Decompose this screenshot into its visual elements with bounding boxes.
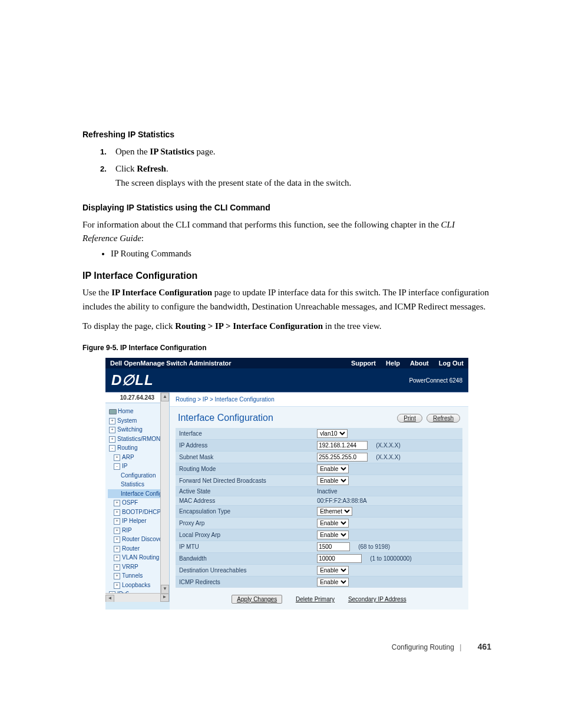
step-1: 1.Open the IP Statistics page. [100,145,491,159]
step-2-body: The screen displays with the present sta… [115,176,491,190]
expand-icon[interactable]: + [109,418,115,424]
scroll-up-icon[interactable]: ▲ [161,393,169,401]
titlebar: Dell OpenManage Switch Administrator Sup… [105,358,468,368]
expand-icon[interactable]: + [114,564,120,571]
hscrollbar[interactable]: ◄ ► [105,593,169,602]
lbl-subnet: Subnet Mask [176,452,313,463]
expand-icon[interactable]: + [114,509,120,516]
heading-refreshing-ip-stats: Refreshing IP Statistics [82,130,491,139]
tree-home-label: Home [118,408,134,414]
content-panel: Routing > IP > Interface Configuration I… [170,393,468,610]
expand-icon[interactable]: + [114,528,120,534]
val-active-state: Inactive [313,487,462,496]
cli-bullets: IP Routing Commands [111,249,491,259]
lbl-active-state: Active State [176,487,313,496]
scroll-right-icon[interactable]: ► [160,594,169,602]
step-1-post: page. [194,147,216,156]
routing-mode-select[interactable]: Enable [317,465,349,473]
lbl-mtu: IP MTU [176,541,313,553]
link-about[interactable]: About [410,360,429,367]
proxy-arp-select[interactable]: Enable [317,519,349,528]
tree-stats-label: Statistics/RMON [117,436,160,442]
lbl-interface: Interface [176,428,313,440]
hint-bandwidth: (1 to 10000000) [370,555,412,562]
tree-rip-label: RIP [122,527,132,533]
tree-iphelper-label: IP Helper [122,518,147,524]
lbl-local-proxy-arp: Local Proxy Arp [176,529,313,541]
print-button[interactable]: Print [397,414,422,423]
dell-logo: D∅LL [111,372,154,388]
expand-icon[interactable]: + [114,500,120,506]
lbl-bandwidth: Bandwidth [176,553,313,565]
cli-para-post: : [141,233,144,243]
scroll-down-icon[interactable]: ▼ [161,585,169,594]
ipiface-paragraph: Use the IP Interface Configuration page … [82,286,491,314]
hint-subnet: (X.X.X.X) [376,454,401,460]
tree-system-label: System [117,417,137,424]
tree-ospf-label: OSPF [122,499,138,506]
dest-unreach-select[interactable]: Enable [317,566,349,575]
fwd-broadcast-select[interactable]: Enable [317,476,349,485]
lbl-proxy-arp: Proxy Arp [176,518,313,529]
steps-list: 1.Open the IP Statistics page. 2.Click R… [100,145,491,190]
link-support[interactable]: Support [351,360,376,367]
button-row: Apply Changes Delete Primary Secondary I… [176,588,462,604]
cli-para-pre: For information about the CLI command th… [82,220,441,229]
scroll-left-icon[interactable]: ◄ [105,595,114,602]
mtu-input[interactable] [317,542,350,551]
tree-routing-label: Routing [117,444,137,451]
cli-paragraph: For information about the CLI command th… [82,218,491,246]
refresh-button[interactable]: Refresh [427,414,460,423]
bandwidth-input[interactable] [317,554,362,563]
breadcrumb: Routing > IP > Interface Configuration [170,393,468,407]
tree-loopbacks-label: Loopbacks [122,582,150,588]
tree-arp-label: ARP [122,454,134,460]
interface-select[interactable]: vlan10 [317,429,348,438]
footer-separator: | [459,643,461,651]
step-2-post: . [166,164,168,173]
ipiface-pre: Use the [82,288,111,297]
expand-icon[interactable]: + [114,546,120,552]
expand-icon[interactable]: + [114,454,120,461]
step-2-bold: Refresh [137,164,166,173]
page-footer: Configuring Routing | 461 [392,642,491,651]
footer-section: Configuring Routing [392,643,454,651]
expand-icon[interactable]: + [114,573,120,579]
tree-ip-label: IP [122,463,127,469]
lbl-mac: MAC Address [176,496,313,506]
lbl-dest-unreach: Destination Unreachables [176,565,313,577]
icmp-redirect-select[interactable]: Enable [317,578,349,587]
secondary-ip-button[interactable]: Secondary IP Address [348,596,406,602]
collapse-icon[interactable]: - [114,463,120,470]
hint-mtu: (68 to 9198) [358,543,390,550]
lbl-ipaddress: IP Address [176,440,313,452]
vscrollbar[interactable]: ▲ ▼ [160,393,169,594]
subnet-input[interactable] [317,453,368,462]
expand-icon[interactable]: + [109,427,115,433]
device-ip: 10.27.64.243 [105,393,169,403]
ipaddress-input[interactable] [317,441,368,450]
lbl-encap: Encapsulation Type [176,506,313,518]
delete-primary-button[interactable]: Delete Primary [296,596,335,602]
ipiface-bold: IP Interface Configuration [111,288,212,297]
link-logout[interactable]: Log Out [439,360,464,367]
local-proxy-arp-select[interactable]: Enable [317,531,349,539]
tree-tunnels-label: Tunnels [122,572,143,579]
expand-icon[interactable]: + [114,582,120,589]
encap-select[interactable]: Ethernet [317,507,352,516]
expand-icon[interactable]: + [114,518,120,525]
collapse-icon[interactable]: - [109,445,115,452]
link-help[interactable]: Help [386,360,400,367]
display-post: in the tree view. [323,321,381,331]
display-bold: Routing > IP > Interface Configuration [175,321,323,331]
expand-icon[interactable]: + [114,536,120,543]
lbl-icmp-redirect: ICMP Redirects [176,577,313,588]
figure-caption: Figure 9-5. IP Interface Configuration [82,344,491,352]
home-icon [109,409,117,414]
config-table: Interface vlan10 IP Address (X.X.X.X) Su… [176,428,462,588]
apply-changes-button[interactable]: Apply Changes [232,595,282,604]
expand-icon[interactable]: + [109,436,115,443]
top-links: Support Help About Log Out [343,360,464,367]
expand-icon[interactable]: + [114,555,120,561]
cli-bullet-item: IP Routing Commands [111,249,491,259]
